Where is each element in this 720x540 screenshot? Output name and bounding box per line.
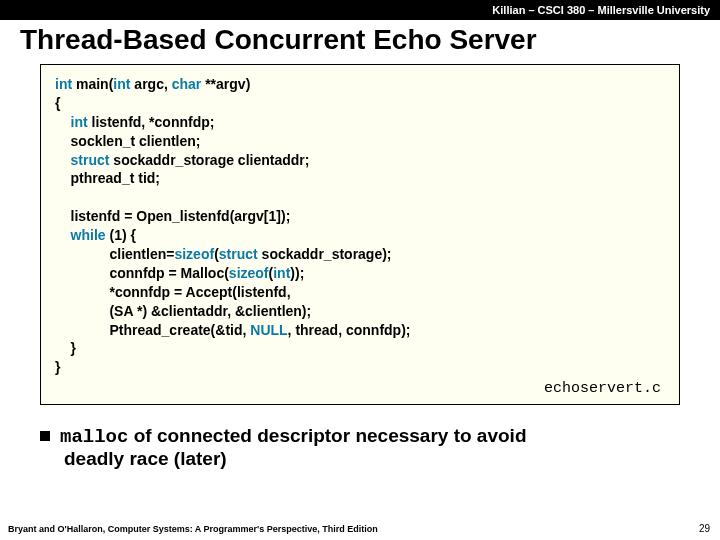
assign-listenfd: listenfd = Open_listenfd(argv[1]); [55, 208, 290, 224]
sig-argv: **argv) [201, 76, 250, 92]
bullet-code: malloc [60, 426, 128, 448]
kw-int: int [71, 114, 88, 130]
pthread-a: Pthread_create(&tid, [55, 322, 250, 338]
while-cond: (1) { [106, 227, 136, 243]
brace-inner-close: } [55, 340, 76, 356]
footer-credit: Bryant and O'Hallaron, Computer Systems:… [8, 524, 378, 534]
decl-pthread: pthread_t tid; [55, 170, 160, 186]
page-number: 29 [699, 523, 710, 534]
kw-struct: struct [71, 152, 110, 168]
kw-sizeof: sizeof [229, 265, 269, 281]
bullet-text-2: deadly race (later) [64, 448, 690, 470]
sig-main: main( [72, 76, 113, 92]
decl-listenfd: listenfd, *connfdp; [88, 114, 215, 130]
malloc-a: connfdp = Malloc( [55, 265, 229, 281]
course-text: Killian – CSCI 380 – Millersville Univer… [492, 4, 710, 16]
bullet-item: malloc of connected descriptor necessary… [40, 425, 690, 448]
kw-int: int [55, 76, 72, 92]
kw-null: NULL [250, 322, 287, 338]
indent [55, 227, 71, 243]
indent [55, 152, 71, 168]
bullet-list: malloc of connected descriptor necessary… [40, 425, 690, 470]
accept-args: (SA *) &clientaddr, &clientlen); [55, 303, 311, 319]
decl-socklen: socklen_t clientlen; [55, 133, 201, 149]
source-filename: echoservert.c [55, 379, 665, 399]
code-box: int main(int argc, char **argv) { int li… [40, 64, 680, 405]
bullet-square-icon [40, 431, 50, 441]
code-listing: int main(int argc, char **argv) { int li… [55, 75, 665, 377]
decl-sockaddr: sockaddr_storage clientaddr; [109, 152, 309, 168]
pthread-b: , thread, connfdp); [288, 322, 411, 338]
bullet-text-1: of connected descriptor necessary to avo… [128, 425, 526, 446]
course-header: Killian – CSCI 380 – Millersville Univer… [0, 0, 720, 20]
brace-open: { [55, 95, 60, 111]
malloc-c: )); [290, 265, 304, 281]
blank-line [55, 189, 59, 205]
kw-int: int [273, 265, 290, 281]
kw-sizeof: sizeof [174, 246, 214, 262]
slide-title: Thread-Based Concurrent Echo Server [0, 20, 720, 64]
accept-line: *connfdp = Accept(listenfd, [55, 284, 291, 300]
sig-argc: argc, [130, 76, 171, 92]
brace-close: } [55, 359, 60, 375]
clientlen-c: sockaddr_storage); [258, 246, 392, 262]
clientlen-a: clientlen= [55, 246, 174, 262]
kw-while: while [71, 227, 106, 243]
kw-char: char [172, 76, 202, 92]
kw-struct: struct [219, 246, 258, 262]
kw-int: int [113, 76, 130, 92]
indent [55, 114, 71, 130]
